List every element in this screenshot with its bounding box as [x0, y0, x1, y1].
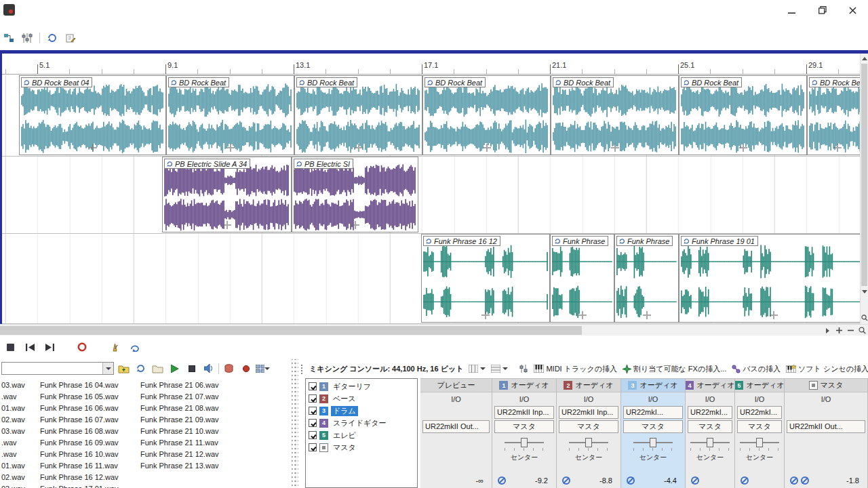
- clip-move-handle-icon[interactable]: [355, 144, 363, 152]
- audio-clip[interactable]: Funk Phrase 16 12: [421, 234, 550, 323]
- start-preview-icon[interactable]: [167, 362, 182, 375]
- file-name[interactable]: Funk Phrase 17 01.wav: [39, 485, 139, 488]
- channel-label[interactable]: ベース: [331, 394, 358, 404]
- file-row[interactable]: 01.wavFunk Phrase 16 06.wavFunk Phrase 2…: [0, 402, 292, 413]
- track-lane-drums[interactable]: BD Rock Beat 04BD Rock BeatBD Rock BeatB…: [0, 75, 860, 157]
- file-row[interactable]: 02.wavFunk Phrase 16 12.wav: [0, 471, 292, 483]
- pan-slider[interactable]: [690, 438, 730, 447]
- file-row[interactable]: .wavFunk Phrase 16 10.wavFunk Phrase 21 …: [0, 448, 292, 460]
- audio-clip[interactable]: BD Rock Beat: [679, 75, 807, 155]
- pan-slider-handle[interactable]: [585, 438, 592, 447]
- app-icon[interactable]: [3, 4, 15, 16]
- refresh-icon[interactable]: [134, 362, 148, 375]
- channel-row[interactable]: 2ベース: [306, 392, 417, 405]
- scroll-up-button[interactable]: [861, 54, 868, 64]
- clip-move-handle-icon[interactable]: [351, 221, 359, 229]
- mute-indicator-icon[interactable]: [790, 476, 798, 485]
- new-folder-icon[interactable]: [151, 362, 165, 375]
- horizontal-scroll-thumb[interactable]: [0, 326, 582, 335]
- audio-clip[interactable]: BD Rock Beat: [166, 75, 294, 155]
- audio-clip[interactable]: BD Rock Beat: [422, 75, 551, 155]
- output-device-button[interactable]: マスタ: [737, 420, 782, 433]
- output-device-button[interactable]: UR22mkII Out...: [787, 420, 865, 433]
- pan-slider[interactable]: [740, 438, 779, 447]
- scroll-right-button[interactable]: [822, 325, 833, 336]
- channel-row[interactable]: 1ギターリフ: [306, 380, 417, 392]
- mute-indicator-icon[interactable]: [741, 476, 749, 485]
- strip-header[interactable]: 2オーディオ: [557, 379, 620, 392]
- audio-clip[interactable]: BD Rock Beat: [551, 75, 679, 155]
- file-row[interactable]: 02.wavFunk Phrase 16 07.wavFunk Phrase 2…: [0, 413, 292, 425]
- file-name[interactable]: 02.wav: [0, 415, 39, 424]
- insert-midi-track-button[interactable]: MIDI トラックの挿入: [534, 364, 617, 374]
- audio-clip[interactable]: BD Rock Be: [807, 75, 860, 155]
- pan-slider-handle[interactable]: [521, 438, 528, 447]
- up-one-level-icon[interactable]: [117, 362, 131, 375]
- dock-splitter[interactable]: [292, 359, 298, 488]
- file-row[interactable]: 03.wavFunk Phrase 16 08.wavFunk Phrase 2…: [0, 425, 292, 436]
- clip-label[interactable]: BD Rock Beat: [296, 77, 357, 87]
- input-device-button[interactable]: UR22mkI...: [688, 406, 732, 419]
- strip-header[interactable]: 1オーディオ: [492, 379, 556, 392]
- zoom-out-button[interactable]: [845, 325, 856, 336]
- insert-audio-track-button[interactable]: [519, 364, 528, 373]
- file-name[interactable]: Funk Phrase 21 07.wav: [139, 392, 238, 401]
- channel-visible-checkbox[interactable]: [309, 443, 317, 451]
- clip-label[interactable]: Funk Phrase: [616, 236, 673, 246]
- file-name[interactable]: 03.wav: [0, 381, 39, 389]
- clip-label[interactable]: Funk Phrase 16 12: [423, 236, 500, 246]
- goto-start-button[interactable]: [23, 340, 37, 354]
- record-button[interactable]: [75, 340, 89, 354]
- file-name[interactable]: Funk Phrase 16 05.wav: [39, 392, 139, 401]
- channel-row[interactable]: 3ドラム: [306, 405, 417, 417]
- clip-move-handle-icon[interactable]: [223, 221, 231, 229]
- mute-indicator-icon[interactable]: [562, 476, 570, 485]
- metronome-button[interactable]: [108, 340, 121, 354]
- zoom-in-button[interactable]: [833, 325, 844, 336]
- file-name[interactable]: Funk Phrase 16 12.wav: [39, 473, 139, 481]
- zoom-tool-button[interactable]: [856, 325, 867, 336]
- clip-move-handle-icon[interactable]: [770, 311, 778, 319]
- mixer-tool-icon[interactable]: [21, 32, 33, 44]
- audio-clip[interactable]: BD Rock Beat 04: [19, 75, 166, 155]
- vertical-zoom-button[interactable]: [861, 312, 868, 324]
- mixer-channel-list[interactable]: 1ギターリフ2ベース3ドラム4スライドギター5エレピマスタ: [305, 378, 418, 488]
- channel-visible-checkbox[interactable]: [309, 419, 317, 427]
- channel-label[interactable]: マスタ: [331, 443, 358, 453]
- insert-soft-synth-button[interactable]: ソフト シンセの挿入...: [786, 364, 868, 374]
- channel-label[interactable]: ドラム: [331, 406, 358, 416]
- strip-header[interactable]: プレビュー: [420, 379, 492, 392]
- audio-clip[interactable]: Funk Phrase 19 01: [679, 234, 860, 323]
- clip-move-handle-icon[interactable]: [611, 144, 619, 152]
- file-name[interactable]: Funk Phrase 21 09.wav: [139, 415, 238, 424]
- file-row[interactable]: 03.wavFunk Phrase 17 01.wav: [0, 483, 292, 488]
- mute-indicator-icon[interactable]: [498, 476, 506, 485]
- output-device-button[interactable]: マスタ: [623, 420, 683, 433]
- strip-header[interactable]: 3オーディオ: [621, 379, 685, 392]
- clip-label[interactable]: BD Rock Beat 04: [21, 77, 92, 87]
- output-device-button[interactable]: マスタ: [559, 420, 618, 433]
- mixer-strip-マスタ[interactable]: マスタI/OUR22mkII Out...-1.8: [785, 379, 868, 488]
- track-lane-slide-guitar[interactable]: PB Electric Slide A 34PB Electric Sl: [0, 157, 860, 234]
- scroll-down-button[interactable]: [861, 287, 868, 297]
- file-name[interactable]: Funk Phrase 16 10.wav: [39, 450, 139, 458]
- insert-bus-button[interactable]: バスの挿入: [732, 364, 781, 374]
- file-name[interactable]: Funk Phrase 16 06.wav: [39, 404, 139, 412]
- file-row[interactable]: .wavFunk Phrase 16 09.wavFunk Phrase 21 …: [0, 436, 292, 448]
- track-lane-funk[interactable]: Funk Phrase 16 12Funk PhraseFunk PhraseF…: [0, 234, 860, 324]
- audio-clip[interactable]: PB Electric Sl: [292, 157, 418, 232]
- goto-end-button[interactable]: [43, 340, 56, 354]
- clip-label[interactable]: BD Rock Beat: [681, 77, 742, 87]
- mixer-strip-3[interactable]: 3オーディオI/OUR22mkI...マスタセンター-4.4: [621, 379, 686, 488]
- vertical-scroll-thumb[interactable]: [861, 64, 867, 286]
- window-grip[interactable]: [300, 364, 304, 374]
- channel-label[interactable]: スライドギター: [331, 418, 389, 428]
- file-name[interactable]: Funk Phrase 16 08.wav: [39, 427, 139, 435]
- stop-button[interactable]: [3, 340, 17, 354]
- input-device-button[interactable]: UR22mkII Inp...: [559, 406, 618, 419]
- media-manager-icon[interactable]: [222, 362, 236, 375]
- insert-assignable-fx-button[interactable]: 割り当て可能な FXの挿入...: [623, 364, 726, 374]
- clip-move-handle-icon[interactable]: [578, 311, 587, 319]
- views-icon[interactable]: [256, 362, 270, 375]
- input-device-button[interactable]: UR22mkII Inp...: [494, 406, 554, 419]
